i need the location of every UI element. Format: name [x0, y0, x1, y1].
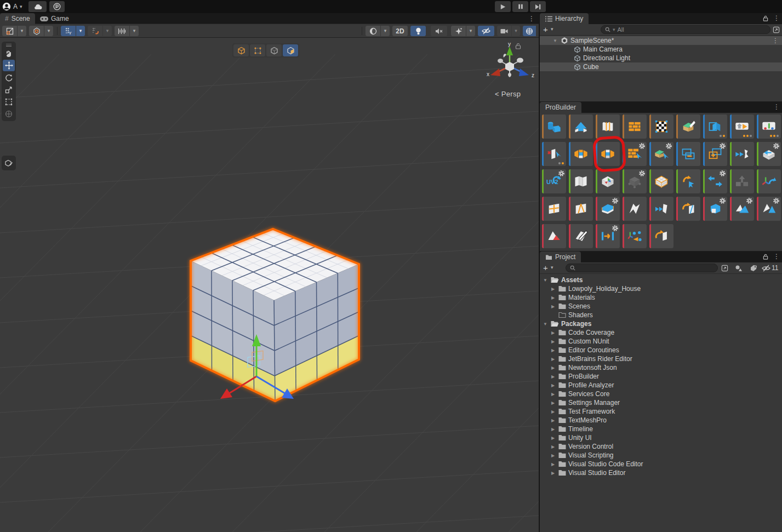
probuilder-weld-vertices-button[interactable] [623, 224, 647, 248]
tab-project[interactable]: Project [540, 251, 581, 262]
probuilder-probuilderize-button[interactable] [623, 169, 647, 193]
gear-options-icon[interactable] [612, 225, 619, 232]
plastic-scm-button[interactable] [49, 1, 65, 12]
expand-arrow[interactable]: ▶ [550, 401, 556, 405]
grid-snapping-caret[interactable]: ▾ [103, 26, 112, 36]
move-tool[interactable] [3, 60, 15, 71]
expand-arrow[interactable]: ▼ [542, 278, 549, 283]
project-item-visual-scripting[interactable]: ▶Visual Scripting [540, 451, 782, 460]
project-item-test-framework[interactable]: ▶Test Framework [540, 407, 782, 416]
probuilder-cube-object[interactable] [186, 225, 367, 411]
gear-options-icon[interactable] [773, 197, 780, 204]
view-hand-tool[interactable] [3, 48, 15, 59]
project-item-code-coverage[interactable]: ▶Code Coverage [540, 328, 782, 337]
probuilder-fill-hole-button[interactable] [542, 224, 566, 248]
expand-arrow[interactable]: ▶ [550, 330, 556, 335]
tool-handle-position-button[interactable] [2, 26, 17, 36]
expand-arrow[interactable]: ▶ [550, 365, 556, 370]
scene-viewport[interactable]: y x z < Persp [0, 38, 539, 532]
gear-options-icon[interactable] [612, 197, 619, 204]
tab-scene[interactable]: # Scene [0, 13, 35, 24]
search-by-label-icon[interactable] [750, 265, 757, 272]
project-item-materials[interactable]: ▶Materials [540, 293, 782, 302]
gear-options-icon[interactable] [558, 170, 565, 177]
expand-arrow[interactable]: ▶ [550, 471, 556, 476]
expand-arrow[interactable]: ▶ [550, 409, 556, 414]
gear-options-icon[interactable] [665, 142, 672, 150]
expand-arrow[interactable]: ▶ [550, 444, 556, 449]
hierarchy-add-button[interactable]: + [543, 25, 548, 34]
overlay-drag-handle[interactable] [3, 43, 15, 47]
transform-tool[interactable] [3, 108, 15, 119]
expand-arrow[interactable]: ▶ [550, 339, 556, 344]
face-mode-button[interactable] [283, 44, 298, 56]
probuilder-cut-tool-button[interactable] [569, 224, 593, 248]
pause-button[interactable] [512, 1, 528, 12]
probuilder-select-hidden-toggle-button[interactable] [542, 142, 566, 166]
expand-arrow[interactable]: ▶ [550, 287, 556, 291]
step-button[interactable] [530, 1, 546, 12]
pop-out-icon[interactable] [773, 26, 780, 33]
audio-mute-button[interactable] [431, 26, 447, 36]
probuilder-selection-x-ray-button[interactable] [703, 115, 727, 139]
tab-probuilder[interactable]: ProBuilder [540, 102, 581, 113]
tool-handle-rotation-caret[interactable]: ▾ [44, 26, 53, 36]
grid-visibility-button[interactable]: Y [61, 26, 76, 36]
probuilder-select-by-vertex-color-button[interactable] [649, 142, 673, 166]
project-item-visual-studio-editor[interactable]: ▶Visual Studio Editor [540, 468, 782, 477]
2d-toggle-button[interactable]: 2D [392, 26, 408, 36]
shading-mode-caret[interactable]: ▾ [381, 26, 390, 36]
project-search-input[interactable] [566, 264, 718, 272]
expand-arrow[interactable]: ▶ [550, 295, 556, 300]
project-item-textmeshpro[interactable]: ▶TextMeshPro [540, 416, 782, 425]
search-by-type-icon[interactable] [735, 265, 743, 272]
project-add-button[interactable]: + [543, 263, 548, 272]
tool-handle-rotation-button[interactable] [29, 26, 44, 36]
gear-options-icon[interactable] [638, 142, 646, 150]
expand-arrow[interactable]: ▼ [542, 322, 549, 327]
rect-tool[interactable] [3, 96, 15, 107]
hidden-packages-toggle[interactable]: 11 [762, 264, 778, 272]
scene-row-menu-icon[interactable]: ⋮ [772, 37, 782, 44]
project-item-shaders[interactable]: Shaders [540, 311, 782, 319]
snap-increment-button[interactable] [115, 26, 129, 36]
project-item-version-control[interactable]: ▶Version Control [540, 442, 782, 451]
probuilder-merge-objects-button[interactable] [730, 169, 754, 193]
effects-caret[interactable]: ▾ [466, 26, 475, 36]
tab-hierarchy[interactable]: Hierarchy [540, 13, 589, 24]
probuilder-detach-faces-button[interactable] [676, 197, 700, 221]
probuilder-lightmap-uvs-button[interactable]: UV2 [542, 169, 566, 193]
probuilder-shrink-selection-button[interactable] [676, 142, 700, 166]
edge-mode-button[interactable] [266, 44, 282, 56]
expand-arrow[interactable]: ▶ [550, 392, 556, 397]
project-add-caret[interactable]: ▾ [551, 265, 553, 270]
expand-arrow[interactable]: ▶ [550, 348, 556, 353]
expand-arrow[interactable]: ▶ [550, 418, 556, 423]
probuilder-tool-overlay[interactable] [2, 156, 16, 170]
scene-pane-menu-icon[interactable]: ⋮ [528, 15, 535, 22]
scene-camera-button[interactable] [497, 26, 511, 36]
probuilder-triangulate-object-button[interactable] [569, 169, 593, 193]
probuilder-mirror-objects-button[interactable] [676, 169, 700, 193]
probuilder-bridge-edges-button[interactable] [649, 224, 673, 248]
project-item-assets[interactable]: ▼Assets [540, 276, 782, 284]
project-item-settings-manager[interactable]: ▶Settings Manager [540, 398, 782, 407]
probuilder-uv-editor-button[interactable] [649, 115, 673, 139]
snap-increment-caret[interactable]: ▾ [130, 26, 139, 36]
tools-overlay[interactable] [2, 42, 16, 121]
orientation-gizmo[interactable]: y x z [484, 42, 536, 90]
gear-options-icon[interactable] [719, 142, 726, 150]
pop-out-icon[interactable] [721, 265, 728, 272]
scale-tool[interactable] [3, 84, 15, 95]
expand-arrow[interactable]: ▶ [550, 357, 556, 362]
gear-options-icon[interactable] [719, 197, 726, 204]
project-menu-icon[interactable]: ⋮ [773, 253, 780, 260]
probuilder-flip-object-normals-button[interactable] [703, 169, 727, 193]
gizmo-x-cone[interactable] [490, 68, 500, 76]
scene-lighting-button[interactable] [410, 26, 426, 36]
rotate-tool[interactable] [3, 72, 15, 83]
expand-arrow[interactable]: ▶ [550, 427, 556, 432]
project-item-probuilder[interactable]: ▶ProBuilder [540, 372, 782, 381]
probuilder-select-face-ring-button[interactable] [596, 142, 620, 166]
gizmo-z-cone[interactable] [519, 68, 529, 76]
